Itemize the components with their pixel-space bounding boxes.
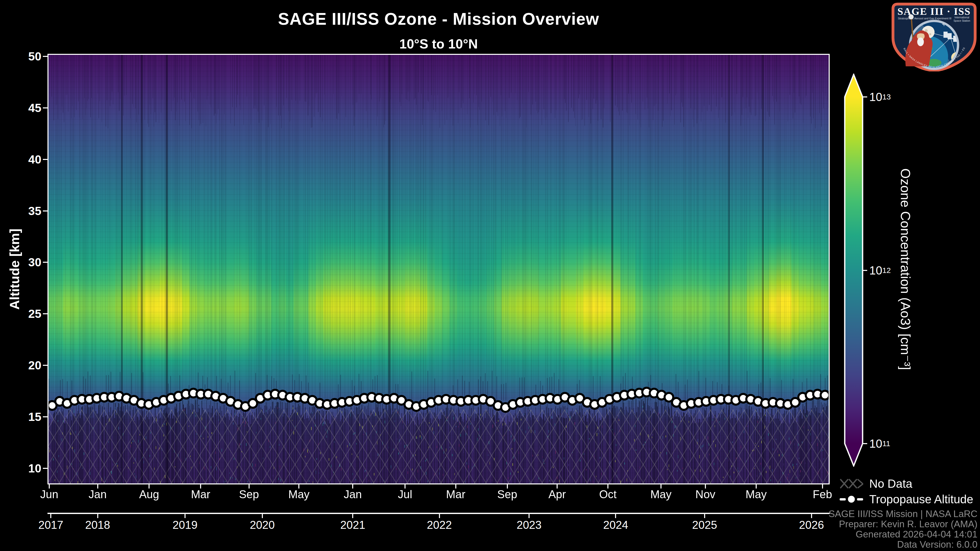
month-tick-label: Apr bbox=[537, 488, 578, 501]
year-tick-mark bbox=[528, 514, 530, 518]
month-tick-label: Jan bbox=[77, 488, 118, 501]
month-tick-label: Jun bbox=[29, 488, 70, 501]
year-tick-label: 2022 bbox=[418, 519, 461, 531]
colorbar-tick-mark bbox=[863, 270, 867, 271]
month-tick-label: May bbox=[278, 488, 319, 501]
figure: SAGE III/ISS Ozone - Mission Overview 10… bbox=[0, 0, 980, 551]
month-tick-label: Feb bbox=[802, 488, 843, 501]
legend-row-no-data: No Data bbox=[839, 478, 912, 490]
colorbar-label: Ozone Concentration (Ao3) [cm⁻³] bbox=[894, 55, 916, 483]
ozone-heatmap bbox=[48, 55, 829, 483]
year-tick-label: 2023 bbox=[508, 519, 551, 531]
no-data-legend-label: No Data bbox=[869, 477, 912, 491]
y-tick-mark bbox=[43, 313, 48, 314]
y-tick-mark bbox=[43, 159, 48, 160]
patch-subtitle-left: Stratospheric Aerosol and Gas Experiment… bbox=[898, 17, 951, 20]
month-tick-label: Sep bbox=[487, 488, 528, 501]
y-tick-label: 20 bbox=[11, 359, 41, 372]
year-tick-label: 2021 bbox=[331, 519, 374, 531]
y-tick-mark bbox=[43, 56, 48, 57]
year-tick-mark bbox=[704, 514, 705, 518]
y-tick-label: 30 bbox=[11, 256, 41, 269]
colorbar-gradient-arrow bbox=[845, 75, 862, 466]
month-tick-label: Sep bbox=[229, 488, 269, 501]
patch-subtitle-right1: International bbox=[955, 16, 969, 19]
month-tick-label: Nov bbox=[685, 488, 726, 501]
sage-iii-iss-mission-patch: SAGE III · ISS Stratospheric Aerosol and… bbox=[890, 2, 978, 71]
month-tick-label: Oct bbox=[587, 488, 628, 501]
year-tick-label: 2020 bbox=[241, 519, 284, 531]
y-tick-label: 25 bbox=[11, 307, 41, 321]
year-tick-label: 2025 bbox=[683, 519, 726, 531]
month-tick-label: Jan bbox=[332, 488, 373, 501]
patch-subtitle-right2: Space Station bbox=[953, 19, 970, 22]
colorbar-tick-mark bbox=[863, 97, 867, 97]
year-tick-label: 2017 bbox=[29, 519, 73, 531]
year-tick-mark bbox=[262, 514, 263, 518]
credit-preparer: Preparer: Kevin R. Leavor (AMA) bbox=[829, 519, 977, 529]
tropopause-line-icon bbox=[839, 494, 864, 505]
latitude-band-subtitle: 10°S to 10°N bbox=[48, 36, 830, 52]
y-tick-label: 40 bbox=[11, 152, 41, 166]
y-tick-mark bbox=[43, 107, 48, 108]
year-tick-mark bbox=[50, 514, 51, 518]
year-tick-label: 2026 bbox=[790, 519, 833, 531]
y-tick-mark bbox=[43, 416, 48, 417]
month-tick-label: May bbox=[736, 488, 776, 501]
page-title: SAGE III/ISS Ozone - Mission Overview bbox=[48, 9, 830, 29]
month-tick-label: Jul bbox=[385, 488, 425, 501]
year-tick-label: 2019 bbox=[163, 519, 207, 531]
credits-block: SAGE III/ISS Mission | NASA LaRC Prepare… bbox=[829, 509, 977, 550]
credit-data-version: Data Version: 6.0.0 bbox=[829, 540, 977, 550]
year-tick-mark bbox=[615, 514, 616, 518]
tropopause-legend-label: Tropopause Altitude bbox=[869, 492, 973, 506]
month-tick-label: Mar bbox=[180, 488, 221, 501]
plot-area bbox=[48, 54, 830, 484]
y-tick-mark bbox=[43, 262, 48, 263]
y-tick-label: 35 bbox=[11, 204, 41, 218]
month-tick-label: Mar bbox=[435, 488, 476, 501]
y-tick-label: 45 bbox=[11, 101, 41, 115]
year-tick-label: 2018 bbox=[76, 519, 119, 531]
y-tick-mark bbox=[43, 365, 48, 366]
month-tick-label: May bbox=[641, 488, 681, 501]
colorbar-tick-mark bbox=[863, 443, 867, 444]
month-tick-label: Aug bbox=[129, 488, 169, 501]
year-tick-label: 2024 bbox=[594, 519, 637, 531]
y-tick-mark bbox=[43, 468, 48, 469]
year-tick-mark bbox=[811, 514, 812, 518]
y-tick-label: 15 bbox=[11, 410, 41, 424]
legend-row-tropopause: Tropopause Altitude bbox=[839, 493, 973, 505]
patch-title: SAGE III · ISS bbox=[897, 6, 970, 17]
year-tick-mark bbox=[352, 514, 353, 518]
y-tick-label: 10 bbox=[11, 462, 41, 475]
year-tick-mark bbox=[439, 514, 440, 518]
year-axis-line bbox=[48, 513, 830, 514]
no-data-hatch-icon bbox=[839, 478, 864, 489]
credit-generated: Generated 2026-04-04 14:01 bbox=[829, 529, 977, 540]
year-tick-mark bbox=[185, 514, 186, 518]
y-tick-mark bbox=[43, 210, 48, 211]
y-tick-label: 50 bbox=[11, 49, 41, 63]
credit-mission: SAGE III/ISS Mission | NASA LaRC bbox=[829, 509, 977, 519]
year-tick-mark bbox=[97, 514, 98, 518]
